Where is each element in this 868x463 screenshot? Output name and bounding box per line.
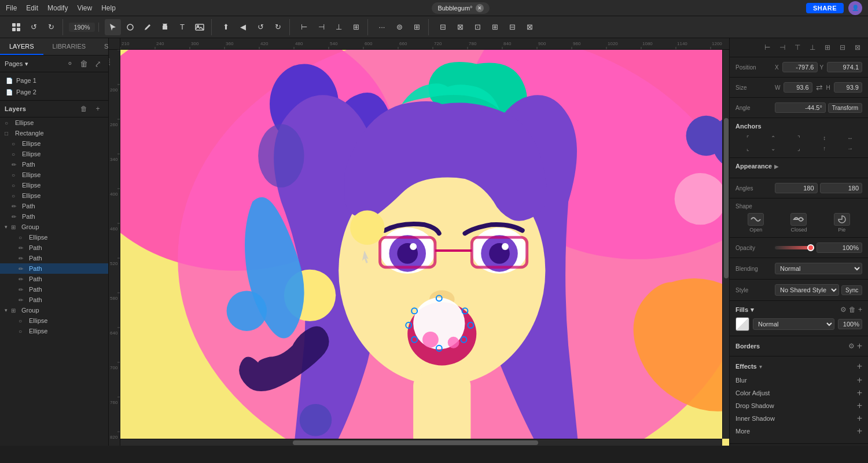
horizontal-scrollbar[interactable]	[109, 439, 722, 446]
layer-ellipse-g2-1[interactable]: ○ Ellipse	[0, 315, 108, 326]
tab-symbols[interactable]: SYMBOLS	[95, 38, 109, 55]
grid-button[interactable]: ⊞	[348, 19, 364, 35]
zoom-level[interactable]: 190%	[69, 23, 95, 32]
layer-path-1[interactable]: ✏ Path	[0, 159, 108, 170]
blending-select[interactable]: Normal	[775, 263, 862, 274]
toolbar-undo-button[interactable]: ↺	[25, 19, 42, 35]
menu-view[interactable]: View	[77, 4, 92, 12]
layer-group-1[interactable]: ▾ ⊞ Group	[0, 222, 108, 232]
menu-edit[interactable]: Edit	[26, 4, 38, 12]
rotate-ccw-button[interactable]: ↺	[252, 19, 269, 35]
arrange-button[interactable]: ⊥	[330, 19, 347, 35]
anchor-tw[interactable]: ↔	[838, 133, 862, 142]
distribute-rp[interactable]: ⊟	[836, 41, 849, 54]
view-4-button[interactable]: ⊞	[487, 19, 503, 35]
align-right-rp[interactable]: ⊤	[790, 41, 804, 54]
page-item[interactable]: 📄 Page 2	[0, 86, 108, 98]
toolbar-new-button[interactable]	[8, 19, 24, 35]
add-layer-button[interactable]: +	[92, 103, 104, 115]
size-h-input[interactable]	[834, 82, 862, 93]
align-export-button[interactable]: ⊣	[313, 19, 329, 35]
style-select[interactable]: No Shared Style	[775, 284, 839, 296]
add-page-button[interactable]: ⚬	[64, 58, 76, 69]
align-left-rp[interactable]: ⊢	[760, 41, 774, 54]
layer-path-g5[interactable]: ✏ Path	[0, 284, 108, 295]
layer-path-g1[interactable]: ✏ Path	[0, 242, 108, 253]
delete-layer-button[interactable]: 🗑	[78, 103, 90, 115]
effect-drop-shadow-add[interactable]: +	[857, 400, 862, 411]
layer-ellipse-1[interactable]: ○ Ellipse	[0, 117, 108, 128]
distribute-h-rp[interactable]: ⊥	[806, 41, 819, 54]
view-6-button[interactable]: ⊠	[521, 19, 538, 35]
select-tool[interactable]	[105, 19, 121, 35]
layer-path-g3-selected[interactable]: ✏ Path	[0, 263, 108, 274]
share-button[interactable]: SHARE	[806, 3, 844, 13]
fit-rp[interactable]: ⊠	[851, 41, 865, 54]
view-5-button[interactable]: ⊟	[504, 19, 520, 35]
effect-color-adjust-add[interactable]: +	[857, 388, 862, 398]
layer-ellipse-6[interactable]: ○ Ellipse	[0, 190, 108, 201]
link-proportions-icon[interactable]: ⇄	[815, 83, 824, 92]
position-y-input[interactable]	[827, 62, 862, 72]
layer-path-3[interactable]: ✏ Path	[0, 211, 108, 222]
flip-h-button[interactable]: ◀	[235, 19, 251, 35]
shape-open[interactable]: Open	[735, 213, 776, 233]
toolbar-redo-button[interactable]: ↻	[43, 19, 59, 35]
delete-page-button[interactable]: 🗑	[78, 58, 90, 69]
layer-ellipse-2[interactable]: ○ Ellipse	[0, 138, 108, 149]
canvas-area[interactable]	[120, 50, 729, 446]
position-x-input[interactable]	[782, 62, 818, 72]
document-tab[interactable]: Bubblegum° ✕	[432, 2, 490, 14]
scrollbar-thumb-vertical[interactable]	[724, 118, 729, 278]
opacity-slider[interactable]	[775, 246, 814, 249]
pages-label[interactable]: Pages ▾	[5, 60, 28, 68]
size-w-input[interactable]	[784, 82, 812, 93]
pen-tool[interactable]	[139, 19, 156, 35]
layer-ellipse-g2-2[interactable]: ○ Ellipse	[0, 326, 108, 336]
fills-settings-icon[interactable]: ⚙	[840, 306, 847, 314]
scrollbar-thumb-horizontal[interactable]	[293, 440, 538, 445]
menu-file[interactable]: File	[6, 4, 17, 12]
view-3-button[interactable]: ⊡	[469, 19, 486, 35]
menu-modify[interactable]: Modify	[47, 4, 68, 12]
anchor-mc[interactable]: ⌄	[761, 144, 785, 153]
layer-ellipse-3[interactable]: ○ Ellipse	[0, 149, 108, 159]
shape-closed[interactable]: Closed	[778, 213, 819, 233]
opacity-thumb[interactable]	[807, 244, 814, 251]
layer-ellipse-g1[interactable]: ○ Ellipse	[0, 232, 108, 242]
layer-ellipse-4[interactable]: ○ Ellipse	[0, 170, 108, 180]
image-tool[interactable]	[192, 19, 208, 35]
anchor-ml[interactable]: ⌞	[735, 144, 760, 153]
borders-settings-icon[interactable]: ⚙	[848, 342, 855, 350]
effect-more-add[interactable]: +	[857, 426, 862, 436]
fills-add-icon[interactable]: +	[858, 306, 862, 314]
vertical-scrollbar[interactable]	[722, 38, 729, 439]
tab-layers[interactable]: LAYERS	[0, 38, 43, 55]
appearance-arrow-icon[interactable]: ▶	[774, 163, 779, 170]
anchor-tc[interactable]: ⌃	[761, 133, 785, 142]
component-button[interactable]: ⊚	[391, 19, 407, 35]
export-page-button[interactable]: ⤤	[92, 58, 104, 69]
angles-val1-input[interactable]	[775, 183, 818, 193]
angles-val2-input[interactable]	[820, 183, 863, 193]
layer-path-g2[interactable]: ✏ Path	[0, 253, 108, 263]
fill-type-select[interactable]: Normal	[753, 318, 834, 330]
tab-close-button[interactable]: ✕	[476, 4, 484, 12]
anchor-ts[interactable]: ↕	[812, 133, 837, 142]
anchor-tl[interactable]: ⌜	[735, 133, 760, 142]
align-center-rp[interactable]: ⊣	[775, 41, 789, 54]
menu-help[interactable]: Help	[101, 4, 116, 12]
anchor-mr[interactable]: ⌟	[786, 144, 811, 153]
export-button[interactable]: ⊞	[409, 19, 425, 35]
borders-add-button[interactable]: +	[857, 341, 862, 351]
layer-path-2[interactable]: ✏ Path	[0, 201, 108, 211]
layer-ellipse-5[interactable]: ○ Ellipse	[0, 180, 108, 190]
transform-button[interactable]: Transform	[828, 103, 862, 113]
anchor-tr[interactable]: ⌝	[786, 133, 811, 142]
layer-path-g6[interactable]: ✏ Path	[0, 295, 108, 305]
layer-rectangle-1[interactable]: □ Rectangle	[0, 128, 108, 138]
flip-v-button[interactable]: ⬆	[218, 19, 234, 35]
rotate-cw-button[interactable]: ↻	[270, 19, 286, 35]
sync-button[interactable]: Sync	[841, 285, 862, 295]
fill-tool[interactable]	[157, 19, 173, 35]
